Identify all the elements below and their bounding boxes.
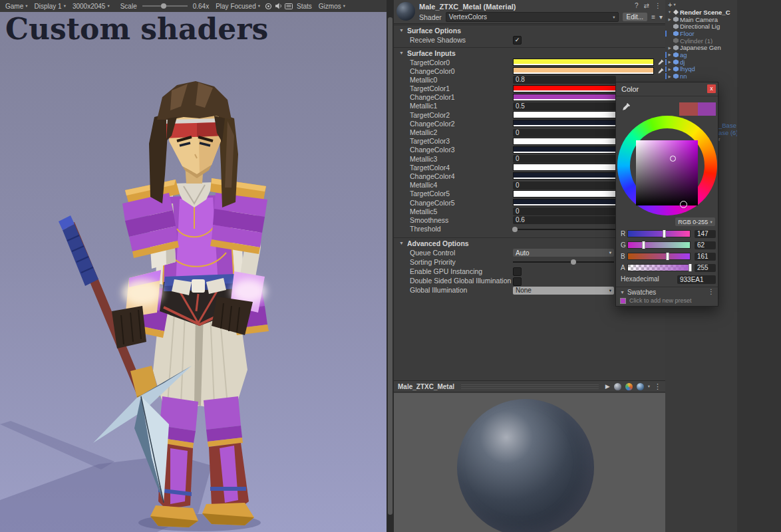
header-icons: ? ⇄ ⋮ <box>635 2 661 9</box>
presets-icon[interactable]: ⇄ <box>644 2 649 9</box>
edit-shader-button[interactable]: Edit... <box>623 13 648 21</box>
hex-input[interactable]: 933EA1 <box>677 275 716 284</box>
preview-sphere-icon[interactable] <box>614 383 621 390</box>
shader-label: Shader <box>419 13 442 21</box>
saturation-value-square[interactable] <box>636 140 698 205</box>
chevron-down-icon: ▾ <box>64 3 66 9</box>
saturation-value-indicator[interactable] <box>670 156 676 162</box>
float-input[interactable]: 0 <box>513 155 616 163</box>
previous-color-swatch[interactable] <box>679 102 698 116</box>
receive-shadows-checkbox[interactable]: ✓ <box>513 36 522 45</box>
slider-marker[interactable] <box>666 253 669 260</box>
vsync-icon[interactable] <box>283 2 293 10</box>
property-slider[interactable] <box>513 225 617 233</box>
foldout-arrow[interactable]: ▶ <box>667 74 672 78</box>
channel-slider[interactable] <box>627 241 691 249</box>
display-dropdown[interactable]: Display 1 ▾ <box>31 0 69 12</box>
material-preview-area[interactable] <box>394 393 665 532</box>
foldout-arrow[interactable]: ▶ <box>667 60 672 64</box>
hierarchy-item-floor[interactable]: Floor <box>665 30 737 37</box>
float-input[interactable]: 0.5 <box>513 102 616 110</box>
chevron-down-icon[interactable]: ▾ <box>673 2 675 7</box>
eyedropper-icon[interactable] <box>621 102 631 112</box>
kebab-menu-icon[interactable]: ⋮ <box>655 2 661 9</box>
hierarchy-item-japanese-gen[interactable]: ▶Japanese Gen <box>665 44 737 51</box>
foldout-arrow[interactable]: ▼ <box>667 10 672 14</box>
section-surface-options[interactable]: ▼ Surface Options <box>394 25 665 35</box>
game-view-toolbar: Game ▾ Display 1 ▾ 3000x2045 ▾ Scale 0.6… <box>0 0 387 13</box>
add-gameobject-button[interactable]: + <box>668 1 672 9</box>
play-focused-dropdown[interactable]: Play Focused ▾ <box>212 0 263 12</box>
global-illumination-dropdown[interactable]: None▾ <box>513 287 614 295</box>
preview-textured-icon[interactable] <box>625 383 633 390</box>
property-label: Global Illumination <box>410 286 467 294</box>
close-icon[interactable]: x <box>707 84 716 93</box>
foldout-arrow[interactable]: ▶ <box>667 46 672 50</box>
help-icon[interactable]: ? <box>635 2 639 9</box>
scale-slider-knob[interactable] <box>161 3 166 9</box>
float-input[interactable]: 0 <box>513 129 616 137</box>
queue-control-dropdown[interactable]: Auto▾ <box>513 249 614 257</box>
double-sided-global-illumination-checkbox[interactable] <box>513 277 522 286</box>
slider-knob[interactable] <box>512 227 518 232</box>
swatches-section[interactable]: ▼ Swatches <box>616 287 718 297</box>
hierarchy-item-render-scene-c[interactable]: ▼Render Scene_C <box>665 9 737 16</box>
channel-value-input[interactable]: 62 <box>695 241 716 249</box>
burger-menu-icon[interactable]: ≡ <box>651 13 655 21</box>
kebab-menu-icon[interactable]: ⋮ <box>654 382 661 391</box>
resolution-dropdown[interactable]: 3000x2045 ▾ <box>69 0 113 12</box>
shader-dropdown[interactable]: VertexColors ▾ <box>446 12 619 22</box>
hierarchy-item-dj[interactable]: ▶dj <box>665 59 737 66</box>
slider-knob[interactable] <box>571 259 576 265</box>
channel-slider[interactable] <box>627 264 691 271</box>
hue-wheel-indicator[interactable] <box>680 201 687 208</box>
color-mode-dropdown[interactable]: RGB 0-255 ▾ <box>675 217 715 226</box>
chevron-down-icon[interactable]: ▾ <box>659 13 663 21</box>
add-preset-button[interactable]: Click to add new preset <box>620 297 692 304</box>
hierarchy-item-main-camera[interactable]: ▶Main Camera <box>665 16 737 23</box>
game-tab-dropdown[interactable]: Game ▾ <box>2 0 31 12</box>
float-input[interactable]: 0.8 <box>513 76 616 84</box>
chevron-down-icon[interactable]: ▾ <box>648 384 650 389</box>
eyedropper-icon[interactable] <box>657 59 665 66</box>
channel-value-input[interactable]: 147 <box>695 230 716 238</box>
channel-slider[interactable] <box>627 253 691 260</box>
foldout-arrow[interactable]: ▶ <box>667 53 672 57</box>
enable-gpu-instancing-checkbox[interactable] <box>513 267 522 276</box>
channel-value-input[interactable]: 161 <box>695 253 716 261</box>
hierarchy-item-directional-lig[interactable]: Directional Lig <box>665 23 737 30</box>
preview-drag-handle[interactable] <box>461 384 599 389</box>
kebab-menu-icon[interactable]: ⋮ <box>708 288 714 295</box>
float-input[interactable]: 0.6 <box>513 216 616 224</box>
foldout-arrow[interactable]: ▶ <box>667 17 672 21</box>
channel-value-input[interactable]: 255 <box>695 264 716 272</box>
foldout-arrow[interactable]: ▶ <box>667 67 672 71</box>
hierarchy-item-cylinder-1-[interactable]: Cylinder (1) <box>665 37 737 45</box>
scale-slider[interactable] <box>142 5 188 7</box>
inspector-scrollbar[interactable] <box>387 0 394 532</box>
slider-marker[interactable] <box>663 230 666 237</box>
preview-play-icon[interactable]: ▶ <box>605 383 610 390</box>
preview-lighting-icon[interactable] <box>637 383 644 390</box>
hierarchy-item-nn[interactable]: ▶nn <box>665 72 737 80</box>
color-swatch[interactable] <box>513 67 654 74</box>
mute-audio-icon[interactable] <box>273 2 283 10</box>
section-surface-inputs[interactable]: ▼ Surface Inputs <box>394 47 665 58</box>
material-preview-bar[interactable]: Male_ZTXC_Metal ▶ ▾ ⋮ <box>394 380 665 392</box>
resolution-label: 3000x2045 <box>73 3 106 10</box>
screenshot-icon[interactable] <box>263 2 273 10</box>
float-input[interactable]: 0 <box>513 207 616 215</box>
current-color-swatch[interactable] <box>698 102 716 116</box>
color-swatch[interactable] <box>513 59 654 66</box>
eyedropper-icon[interactable] <box>657 67 665 74</box>
stats-button[interactable]: Stats <box>293 0 315 12</box>
slider-marker[interactable] <box>689 264 692 271</box>
scrollbar-thumb[interactable] <box>388 17 392 515</box>
slider-marker[interactable] <box>642 241 645 249</box>
property-slider[interactable] <box>513 258 614 266</box>
float-input[interactable]: 0 <box>513 182 616 190</box>
gizmos-dropdown[interactable]: Gizmos ▾ <box>315 0 349 12</box>
hierarchy-item-lhyqd[interactable]: ▶lhyqd <box>665 66 737 73</box>
channel-slider[interactable] <box>627 230 691 237</box>
hierarchy-item-ag[interactable]: ▶ag <box>665 51 737 59</box>
